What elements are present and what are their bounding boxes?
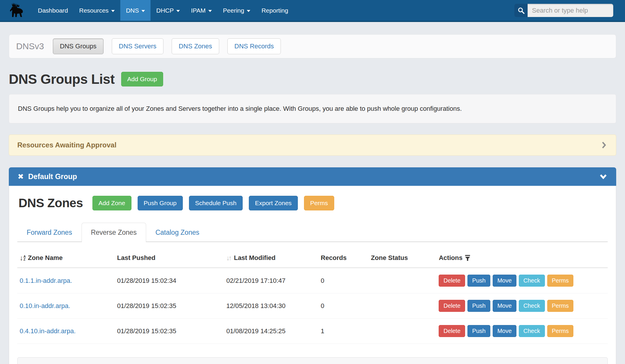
nav-item-label: Resources [79, 7, 109, 14]
delete-button[interactable]: Delete [439, 325, 465, 337]
add-zone-button[interactable]: Add Zone [92, 196, 131, 210]
perms-button[interactable]: Perms [547, 275, 574, 287]
filter-funnel-icon[interactable] [464, 255, 471, 261]
tab-reverse-zones[interactable]: Reverse Zones [82, 223, 146, 242]
dns-groups-button[interactable]: DNS Groups [53, 38, 104, 54]
search-group [514, 4, 613, 17]
move-button[interactable]: Move [493, 325, 516, 337]
search-icon[interactable] [514, 4, 528, 17]
perms-button[interactable]: Perms [547, 325, 574, 337]
zones-table-body: 0.1.1.in-addr.arpa.01/28/2019 15:02:3402… [17, 268, 608, 344]
last-pushed-cell: 01/28/2019 15:02:34 [115, 268, 224, 293]
nav-item-dashboard[interactable]: Dashboard [32, 0, 74, 21]
move-button[interactable]: Move [493, 300, 516, 312]
dns-records-button[interactable]: DNS Records [227, 38, 281, 54]
page-title-row: DNS Groups List Add Group [9, 71, 616, 87]
chevron-down-icon[interactable] [599, 174, 607, 180]
zone-status-cell [369, 268, 436, 293]
search-input[interactable] [528, 4, 613, 17]
zone-name-cell: 0.10.in-addr.arpa. [17, 293, 115, 319]
approval-panel-title: Resources Awaiting Approval [17, 141, 116, 149]
resources-awaiting-approval-panel[interactable]: Resources Awaiting Approval [9, 135, 616, 156]
delete-button[interactable]: Delete [439, 275, 465, 287]
nav-item-resources[interactable]: Resources [74, 0, 120, 21]
check-button[interactable]: Check [519, 300, 545, 312]
nav-item-dns[interactable]: DNS [120, 0, 151, 21]
chevron-down-icon [141, 10, 145, 12]
nav-item-peering[interactable]: Peering [217, 0, 256, 21]
nav-item-ipam[interactable]: IPAM [185, 0, 217, 21]
nav-item-label: IPAM [191, 7, 206, 14]
sort-alpha-desc-icon: ↓ AZ [20, 254, 26, 262]
zone-name-link[interactable]: 0.4.10.in-addr.arpa. [20, 327, 76, 335]
zone-status-cell [369, 319, 436, 344]
records-cell: 1 [318, 319, 369, 344]
push-button[interactable]: Push [467, 300, 490, 312]
check-button[interactable]: Check [519, 325, 545, 337]
chevron-right-icon [600, 141, 608, 149]
nav-item-label: Reporting [261, 7, 288, 14]
chevron-down-icon [247, 10, 250, 12]
last-pushed-cell: 01/28/2019 15:02:35 [115, 319, 224, 344]
nav-items: DashboardResourcesDNSDHCPIPAMPeeringRepo… [32, 0, 294, 21]
moose-icon [6, 2, 25, 19]
chevron-down-icon [176, 10, 180, 12]
chevron-down-icon [208, 10, 212, 12]
push-group-button[interactable]: Push Group [138, 196, 183, 210]
last-modified-cell: 12/05/2018 13:04:30 [224, 293, 318, 319]
close-icon[interactable]: ✖ [18, 173, 24, 180]
last-pushed-cell: 01/28/2019 15:02:35 [115, 293, 224, 319]
last-modified-cell: 01/08/2019 14:25:25 [224, 319, 318, 344]
push-button[interactable]: Push [467, 325, 490, 337]
chevron-down-icon [111, 10, 115, 12]
zone-name-cell: 0.4.10.in-addr.arpa. [17, 319, 115, 344]
push-button[interactable]: Push [467, 275, 490, 287]
zone-status-cell [369, 293, 436, 319]
dnsv3-subnav: DNSv3 DNS GroupsDNS ServersDNS ZonesDNS … [9, 34, 616, 58]
records-cell: 0 [318, 268, 369, 293]
column-zone-status: Zone Status [369, 248, 436, 268]
zones-table-header-row: ↓ AZ Zone Name Last Pushed ↓↑ [17, 248, 608, 268]
actions-cell: DeletePushMoveCheckPerms [436, 268, 608, 293]
subnav-label: DNSv3 [16, 41, 44, 51]
column-actions: Actions [436, 248, 608, 268]
actions-cell: DeletePushMoveCheckPerms [436, 319, 608, 344]
last-modified-cell: 02/21/2019 17:10:47 [224, 268, 318, 293]
zone-name-link[interactable]: 0.1.1.in-addr.arpa. [20, 277, 72, 284]
tab-catalog-zones[interactable]: Catalog Zones [146, 223, 209, 242]
zone-name-cell: 0.1.1.in-addr.arpa. [17, 268, 115, 293]
sort-updown-icon: ↓↑ [226, 254, 231, 262]
export-zones-button[interactable]: Export Zones [249, 196, 298, 210]
attached-servers-panel[interactable]: Attached Servers [17, 357, 608, 364]
zones-tabs: Forward ZonesReverse ZonesCatalog Zones [17, 223, 608, 242]
nav-item-label: DHCP [156, 7, 174, 14]
nav-item-reporting[interactable]: Reporting [256, 0, 294, 21]
column-last-modified[interactable]: ↓↑ Last Modified [224, 248, 318, 268]
nav-item-label: Dashboard [38, 7, 68, 14]
dns-zones-button[interactable]: DNS Zones [172, 38, 219, 54]
table-row: 0.4.10.in-addr.arpa.01/28/2019 15:02:350… [17, 319, 608, 344]
delete-button[interactable]: Delete [439, 300, 465, 312]
records-cell: 0 [318, 293, 369, 319]
check-button[interactable]: Check [519, 275, 545, 287]
dns-zones-buttons: Add ZonePush GroupSchedule PushExport Zo… [92, 196, 334, 210]
nav-item-dhcp[interactable]: DHCP [151, 0, 185, 21]
description-well: DNS Groups help you to organize all of y… [9, 94, 616, 123]
zone-name-link[interactable]: 0.10.in-addr.arpa. [20, 302, 70, 309]
perms-button[interactable]: Perms [547, 300, 574, 312]
default-group-header[interactable]: ✖ Default Group [9, 167, 616, 186]
default-group-panel: ✖ Default Group DNS Zones Add ZonePush G… [9, 167, 616, 364]
moose-logo-icon[interactable] [6, 0, 25, 21]
perms-button[interactable]: Perms [304, 196, 334, 210]
default-group-body: DNS Zones Add ZonePush GroupSchedule Pus… [9, 186, 616, 364]
column-last-pushed: Last Pushed [115, 248, 224, 268]
tab-forward-zones[interactable]: Forward Zones [17, 223, 82, 242]
top-navbar: DashboardResourcesDNSDHCPIPAMPeeringRepo… [0, 0, 625, 22]
subnav-buttons: DNS GroupsDNS ServersDNS ZonesDNS Record… [53, 38, 281, 54]
schedule-push-button[interactable]: Schedule Push [189, 196, 243, 210]
column-zone-name[interactable]: ↓ AZ Zone Name [17, 248, 115, 268]
dns-servers-button[interactable]: DNS Servers [112, 38, 163, 54]
add-group-button[interactable]: Add Group [121, 72, 163, 86]
move-button[interactable]: Move [493, 275, 516, 287]
actions-cell: DeletePushMoveCheckPerms [436, 293, 608, 319]
